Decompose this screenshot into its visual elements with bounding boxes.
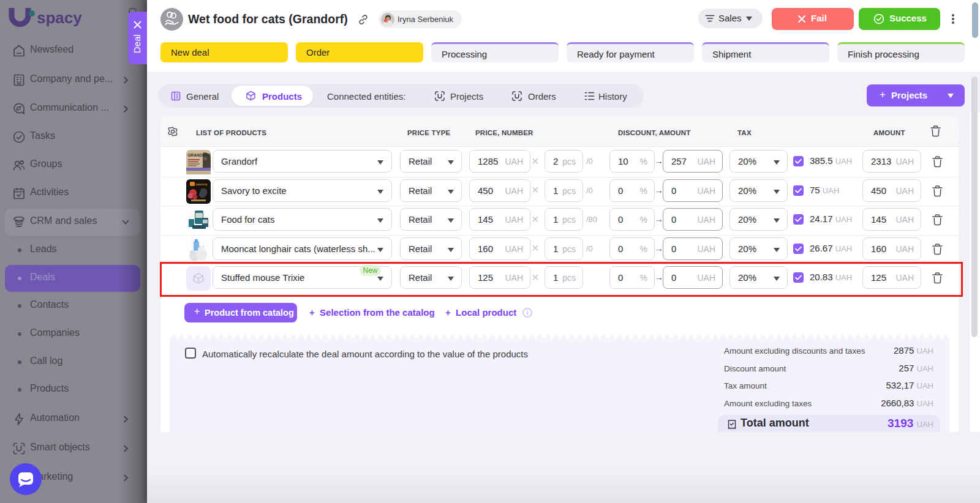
svg-text:savory: savory: [195, 182, 208, 186]
svg-text:GRANDORF: GRANDORF: [188, 153, 211, 157]
svg-text:spacy: spacy: [37, 9, 82, 27]
